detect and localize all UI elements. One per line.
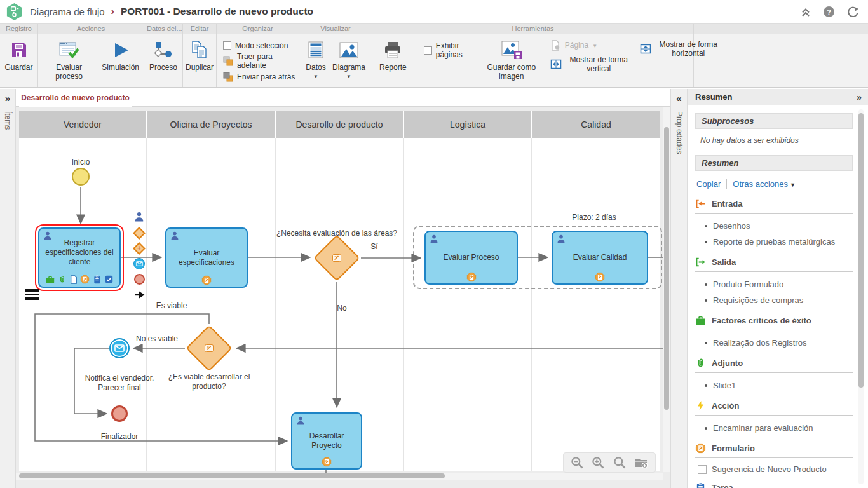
duplicar-button[interactable]: Duplicar [184, 37, 215, 86]
printer-icon [383, 38, 403, 62]
label-finalizador: Finalizador [88, 432, 151, 442]
task-evaluar-proceso[interactable]: Evaluar Proceso [424, 231, 518, 285]
collapse-properties-icon[interactable]: « [671, 89, 687, 104]
label-line: Notifica el vendedor. [72, 374, 167, 383]
hamburger-menu-icon[interactable] [25, 289, 39, 302]
tab-bar: Desarrollo de nuevo producto [16, 89, 670, 107]
panel-scrollbar[interactable] [858, 109, 864, 484]
actions-row: Copiar Otras acciones▼ [695, 171, 853, 191]
label-si: Sí [364, 242, 384, 252]
end-circle-icon [134, 274, 145, 285]
task-evaluar-calidad[interactable]: Evaluar Calidad [552, 231, 648, 285]
ribbon: Registro Guardar Acciones [0, 24, 868, 88]
diagrama-label: Diagrama [332, 64, 365, 72]
zoom-in-button[interactable] [592, 456, 604, 469]
scrollbar-thumb[interactable] [19, 473, 445, 478]
show-vertical-icon [550, 58, 562, 70]
reporte-button[interactable]: Reporte [377, 37, 409, 86]
group-label: Visualizar [299, 24, 372, 34]
canvas-horizontal-scrollbar[interactable] [16, 473, 663, 480]
task-desarrollar-proyecto[interactable]: Desarollar Proyecto [291, 412, 362, 470]
zoom-out-button[interactable] [571, 456, 583, 469]
checkbox-icon[interactable] [223, 41, 231, 50]
checkbox-icon[interactable] [424, 46, 432, 55]
refresh-icon[interactable] [846, 6, 859, 18]
scrollbar-thumb[interactable] [664, 127, 669, 410]
list-item[interactable]: Realização dos Registros [705, 335, 853, 351]
task-label: Evaluar especificaciones [172, 248, 241, 268]
chevron-down-icon: ▼ [790, 182, 796, 188]
collapse-toolbar-icon[interactable] [800, 6, 811, 18]
task-label: Desarollar Proyecto [297, 431, 356, 451]
palette-gateway[interactable] [133, 227, 146, 240]
label-no-es-viable: No es viable [125, 334, 189, 344]
data-doc-icon [306, 38, 326, 62]
end-event-finalizador[interactable] [111, 405, 128, 422]
enviar-atras-button[interactable]: Enviar para atrás [223, 72, 295, 82]
form-checkbox-item[interactable]: Sugerencia de Nuevo Producto [695, 458, 853, 475]
process-flow-icon [153, 38, 173, 62]
proceso-label: Proceso [149, 64, 177, 72]
copiar-link[interactable]: Copiar [696, 179, 721, 189]
category-accion: Acción Encaminar para evaluación [695, 400, 853, 436]
guardar-como-imagen-button[interactable]: Guardar como imagen [482, 37, 541, 86]
form-icon [695, 443, 706, 454]
datos-button[interactable]: Datos ▼ [304, 37, 328, 86]
attachment-icon [58, 275, 67, 284]
bullet-icon [705, 241, 707, 243]
canvas-vertical-scrollbar[interactable] [663, 107, 670, 472]
app-header: Diagrama de flujo › PORT001 - Desarrollo… [0, 0, 868, 24]
evaluar-proceso-button[interactable]: Evaluar proceso [41, 37, 97, 86]
person-icon [43, 231, 52, 240]
mostrar-vertical-button[interactable]: Mostrar de forma vertical [550, 55, 632, 74]
task-registrar-especificaciones[interactable]: Registrar especificaciones del cliente [38, 227, 121, 288]
guardar-button[interactable]: Guardar [3, 37, 34, 86]
ribbon-group-acciones: Acciones Evaluar proceso Simulación [38, 24, 144, 87]
zoom-reset-button[interactable] [613, 456, 626, 469]
expand-panel-icon[interactable]: » [857, 89, 862, 105]
list-item[interactable]: Encaminar para evaluación [705, 420, 853, 436]
category-formulario: Formulario Sugerencia de Nuevo Producto [695, 443, 853, 475]
ribbon-group-registro: Registro Guardar [0, 24, 38, 87]
palette-connector[interactable] [133, 288, 146, 301]
simulacion-button[interactable]: Simulación [100, 37, 141, 86]
modo-seleccion-checkbox[interactable]: Modo selección [223, 41, 288, 50]
category-title: Entrada [712, 199, 742, 208]
list-item[interactable]: Desenhos [705, 218, 853, 234]
palette-end-event[interactable] [133, 273, 146, 285]
app-logo-icon [5, 3, 24, 21]
properties-strip-label[interactable]: Propiedades [675, 111, 684, 154]
proceso-button[interactable]: Proceso [147, 37, 179, 86]
start-event[interactable] [72, 168, 90, 186]
list-item[interactable]: Reporte de pruebas metalúrgicas [705, 234, 853, 250]
form-icon [595, 272, 605, 282]
exhibir-paginas-checkbox[interactable]: Exhibir páginas [424, 41, 463, 59]
list-item[interactable]: Requisições de compras [705, 292, 853, 308]
items-strip-label[interactable]: Ítems [3, 111, 12, 130]
task-evaluar-especificaciones[interactable]: Evaluar especificaciones [165, 227, 248, 288]
palette-message-event[interactable] [133, 257, 146, 270]
diagram-image-icon [338, 38, 360, 62]
checkbox-icon[interactable] [698, 465, 707, 474]
list-item[interactable]: Produto Formulado [705, 276, 853, 292]
help-icon[interactable]: ? [823, 6, 835, 18]
divider [726, 179, 727, 189]
list-item[interactable]: Slide1 [705, 377, 853, 393]
breadcrumb[interactable]: Diagrama de flujo [30, 6, 105, 17]
task-label: Evaluar Calidad [573, 253, 627, 262]
otras-acciones-link[interactable]: Otras acciones▼ [733, 179, 796, 189]
expand-items-icon[interactable]: » [0, 89, 15, 104]
palette-gateway-plus[interactable]: + [133, 242, 146, 255]
bullet-icon [705, 299, 707, 302]
form-icon [201, 275, 212, 285]
diagram-canvas[interactable]: Vendedor Oficina de Proyectos Desarollo … [16, 107, 670, 488]
tab-desarrollo-nuevo-producto[interactable]: Desarrollo de nuevo producto [19, 89, 132, 107]
export-folder-button[interactable] [634, 456, 648, 469]
diagrama-button[interactable]: Diagrama ▼ [330, 37, 367, 86]
scrollbar-thumb[interactable] [858, 113, 864, 388]
traer-adelante-button[interactable]: Traer para adelante [223, 52, 288, 71]
group-label: Acciones [38, 24, 144, 34]
envelope-icon [114, 344, 125, 352]
palette-person[interactable] [133, 210, 146, 223]
success-factor-icon [46, 275, 55, 284]
